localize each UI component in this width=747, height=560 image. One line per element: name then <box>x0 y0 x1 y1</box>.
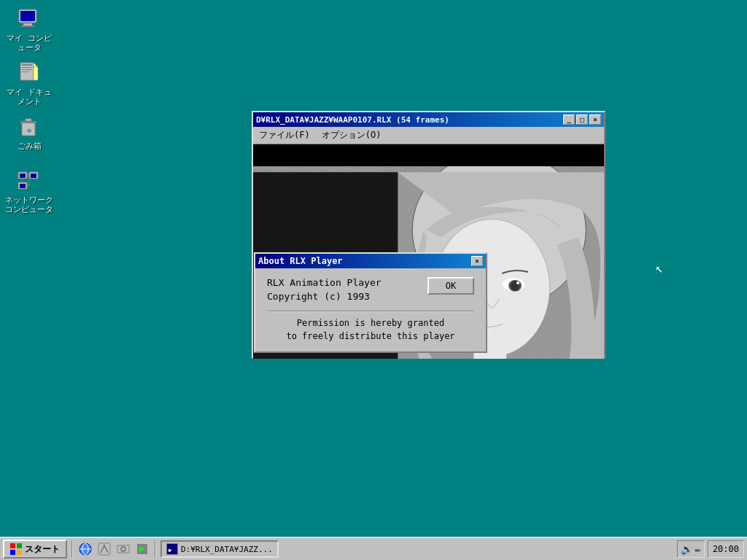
svg-rect-13 <box>26 119 31 121</box>
permission-line2: to freely distribute this player <box>267 330 474 343</box>
svg-rect-3 <box>21 26 34 27</box>
svg-rect-42 <box>17 550 22 555</box>
my-computer-icon <box>18 7 41 31</box>
svg-text:♻: ♻ <box>27 126 31 134</box>
my-documents-icon <box>18 61 41 85</box>
taskbar-task-icon: ▶ <box>166 543 178 555</box>
taskbar-divider-1 <box>71 540 73 558</box>
quick-launch-icon-4[interactable] <box>134 541 150 557</box>
svg-rect-40 <box>17 543 22 548</box>
svg-rect-5 <box>22 64 32 66</box>
svg-rect-39 <box>10 543 15 548</box>
svg-rect-2 <box>23 23 32 26</box>
rlx-menubar: ファイル(F) オプション(O) <box>253 127 604 144</box>
rlx-close-button[interactable]: × <box>589 114 601 125</box>
quick-launch-icon-2[interactable] <box>96 541 112 557</box>
quick-launch-icon-1[interactable] <box>77 541 93 557</box>
desktop-icon-network[interactable]: ネットワーク コンピュータ <box>4 169 55 214</box>
mouse-cursor: ↖ <box>655 260 663 276</box>
system-tray: 🔊 ✏ <box>677 540 704 558</box>
svg-marker-9 <box>34 63 38 67</box>
rlx-minimize-button[interactable]: _ <box>563 114 575 125</box>
about-close-button[interactable]: × <box>471 256 483 266</box>
tray-speaker-icon[interactable]: 🔊 <box>681 543 693 555</box>
desktop-icon-recycle-bin[interactable]: ♻ ごみ箱 <box>4 115 55 151</box>
tray-pen-icon[interactable]: ✏ <box>694 543 700 555</box>
about-copyright: Copyright (c) 1993 <box>267 291 382 302</box>
about-top-section: RLX Animation Player Copyright (c) 1993 … <box>267 277 474 305</box>
about-app-info: RLX Animation Player Copyright (c) 1993 <box>267 277 382 305</box>
svg-text:▶: ▶ <box>169 547 172 553</box>
recycle-bin-label: ごみ箱 <box>18 141 42 151</box>
about-ok-button[interactable]: OK <box>427 277 474 295</box>
about-title: About RLX Player <box>258 256 343 266</box>
svg-rect-7 <box>22 69 32 70</box>
taskbar-task-label: D:¥RLX_DATA¥JAZZ... <box>181 545 273 554</box>
my-computer-label: マイ コンピュータ <box>4 34 55 52</box>
svg-rect-16 <box>20 174 26 178</box>
about-dialog: About RLX Player × RLX Animation Player … <box>254 252 487 353</box>
about-divider <box>267 311 474 312</box>
start-label: スタート <box>25 543 60 556</box>
menu-file[interactable]: ファイル(F) <box>256 128 313 142</box>
network-label: ネットワーク コンピュータ <box>5 195 53 214</box>
svg-rect-6 <box>22 67 32 68</box>
taskbar-task-rlx[interactable]: ▶ D:¥RLX_DATA¥JAZZ... <box>160 540 279 558</box>
desktop-icon-my-documents[interactable]: マイ ドキュメント <box>4 61 55 106</box>
svg-rect-20 <box>20 184 26 188</box>
about-app-name: RLX Animation Player <box>267 277 382 288</box>
taskbar-right-area: 🔊 ✏ 20:00 <box>677 540 744 558</box>
my-documents-label: マイ ドキュメント <box>4 88 55 106</box>
menu-options[interactable]: オプション(O) <box>319 128 384 142</box>
quick-launch-icon-3[interactable] <box>115 541 131 557</box>
taskbar-divider-2 <box>155 540 156 558</box>
svg-rect-41 <box>10 550 15 555</box>
svg-rect-10 <box>34 67 38 80</box>
taskbar-quick-launch <box>77 541 150 557</box>
start-button[interactable]: スタート <box>3 540 67 559</box>
svg-rect-1 <box>20 11 35 21</box>
permission-line1: Permission is hereby granted <box>267 316 474 330</box>
about-titlebar[interactable]: About RLX Player × <box>255 254 486 268</box>
windows-logo-icon <box>10 543 22 555</box>
rlx-window-title: D¥RLX_DATA¥JAZZ¥WAAP0107.RLX (54 frames) <box>256 115 449 125</box>
rlx-titlebar-buttons: _ □ × <box>563 114 601 125</box>
about-permission: Permission is hereby granted to freely d… <box>267 316 474 343</box>
svg-rect-18 <box>31 174 36 178</box>
network-icon <box>18 169 41 192</box>
desktop-icon-my-computer[interactable]: マイ コンピュータ <box>4 7 55 52</box>
about-body: RLX Animation Player Copyright (c) 1993 … <box>255 268 486 351</box>
recycle-bin-icon: ♻ <box>18 115 41 139</box>
svg-point-35 <box>516 281 519 284</box>
taskbar-clock: 20:00 <box>708 540 744 558</box>
rlx-maximize-button[interactable]: □ <box>576 114 588 125</box>
rlx-window-titlebar[interactable]: D¥RLX_DATA¥JAZZ¥WAAP0107.RLX (54 frames)… <box>253 112 604 127</box>
svg-rect-8 <box>22 71 29 72</box>
svg-point-49 <box>122 548 125 551</box>
taskbar: スタート <box>0 537 747 560</box>
